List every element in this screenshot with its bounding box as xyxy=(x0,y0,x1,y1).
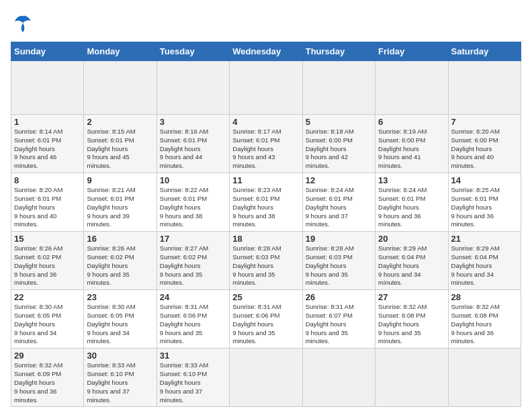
day-number: 17 xyxy=(160,234,226,244)
day-info: Sunrise: 8:18 AMSunset: 6:00 PMDaylight … xyxy=(306,128,354,169)
day-info: Sunrise: 8:26 AMSunset: 6:02 PMDaylight … xyxy=(14,244,62,286)
day-info: Sunrise: 8:17 AMSunset: 6:01 PMDaylight … xyxy=(232,128,281,169)
day-info: Sunrise: 8:15 AMSunset: 6:01 PMDaylight … xyxy=(87,128,135,169)
day-number: 3 xyxy=(160,117,226,127)
calendar-cell xyxy=(302,61,375,115)
day-info: Sunrise: 8:30 AMSunset: 6:05 PMDaylight … xyxy=(87,303,135,345)
calendar-cell: 19 Sunrise: 8:28 AMSunset: 6:03 PMDaylig… xyxy=(302,232,375,290)
day-info: Sunrise: 8:20 AMSunset: 6:00 PMDaylight … xyxy=(451,128,500,169)
day-info: Sunrise: 8:20 AMSunset: 6:01 PMDaylight … xyxy=(14,186,62,228)
header xyxy=(11,11,521,35)
day-info: Sunrise: 8:32 AMSunset: 6:09 PMDaylight … xyxy=(14,361,62,403)
calendar-cell xyxy=(302,349,375,407)
calendar-cell: 4 Sunrise: 8:17 AMSunset: 6:01 PMDayligh… xyxy=(230,115,302,173)
calendar-cell: 6 Sunrise: 8:19 AMSunset: 6:00 PMDayligh… xyxy=(375,115,448,173)
day-number: 22 xyxy=(14,292,81,302)
day-number: 5 xyxy=(306,117,372,127)
day-number: 26 xyxy=(306,292,372,302)
calendar-cell: 16 Sunrise: 8:26 AMSunset: 6:02 PMDaylig… xyxy=(84,232,157,290)
day-info: Sunrise: 8:24 AMSunset: 6:01 PMDaylight … xyxy=(306,186,354,228)
day-number: 1 xyxy=(14,117,81,127)
day-number: 11 xyxy=(232,175,299,185)
day-number: 12 xyxy=(306,175,372,185)
day-info: Sunrise: 8:32 AMSunset: 6:08 PMDaylight … xyxy=(378,303,427,345)
calendar-cell: 29 Sunrise: 8:32 AMSunset: 6:09 PMDaylig… xyxy=(11,349,84,407)
day-info: Sunrise: 8:31 AMSunset: 6:06 PMDaylight … xyxy=(160,303,208,345)
day-number: 20 xyxy=(378,234,445,244)
calendar-day-header: Monday xyxy=(84,42,157,61)
calendar-cell xyxy=(448,349,521,407)
day-info: Sunrise: 8:19 AMSunset: 6:00 PMDaylight … xyxy=(378,128,427,169)
day-info: Sunrise: 8:28 AMSunset: 6:03 PMDaylight … xyxy=(232,244,281,286)
calendar-week-row: 22 Sunrise: 8:30 AMSunset: 6:05 PMDaylig… xyxy=(11,290,521,349)
calendar-cell: 22 Sunrise: 8:30 AMSunset: 6:05 PMDaylig… xyxy=(11,290,84,349)
calendar-cell xyxy=(84,61,157,115)
calendar-cell: 5 Sunrise: 8:18 AMSunset: 6:00 PMDayligh… xyxy=(302,115,375,173)
calendar-cell xyxy=(157,61,229,115)
day-info: Sunrise: 8:31 AMSunset: 6:06 PMDaylight … xyxy=(232,303,281,345)
calendar-cell: 10 Sunrise: 8:22 AMSunset: 6:01 PMDaylig… xyxy=(157,173,229,232)
calendar-day-header: Saturday xyxy=(448,42,521,61)
day-info: Sunrise: 8:26 AMSunset: 6:02 PMDaylight … xyxy=(87,244,135,286)
day-info: Sunrise: 8:14 AMSunset: 6:01 PMDaylight … xyxy=(14,128,62,169)
day-number: 6 xyxy=(378,117,445,127)
calendar-cell: 15 Sunrise: 8:26 AMSunset: 6:02 PMDaylig… xyxy=(11,232,84,290)
calendar-day-header: Wednesday xyxy=(230,42,302,61)
day-number: 31 xyxy=(160,351,226,361)
day-info: Sunrise: 8:29 AMSunset: 6:04 PMDaylight … xyxy=(451,244,500,286)
calendar-cell: 7 Sunrise: 8:20 AMSunset: 6:00 PMDayligh… xyxy=(448,115,521,173)
calendar-cell: 25 Sunrise: 8:31 AMSunset: 6:06 PMDaylig… xyxy=(230,290,302,349)
calendar-week-row: 1 Sunrise: 8:14 AMSunset: 6:01 PMDayligh… xyxy=(11,115,521,173)
calendar-cell: 2 Sunrise: 8:15 AMSunset: 6:01 PMDayligh… xyxy=(84,115,157,173)
calendar-cell: 20 Sunrise: 8:29 AMSunset: 6:04 PMDaylig… xyxy=(375,232,448,290)
calendar-cell: 21 Sunrise: 8:29 AMSunset: 6:04 PMDaylig… xyxy=(448,232,521,290)
day-number: 18 xyxy=(232,234,299,244)
day-number: 14 xyxy=(451,175,518,185)
day-number: 28 xyxy=(451,292,518,302)
day-number: 8 xyxy=(14,175,81,185)
day-info: Sunrise: 8:21 AMSunset: 6:01 PMDaylight … xyxy=(87,186,135,228)
calendar-week-row: 8 Sunrise: 8:20 AMSunset: 6:01 PMDayligh… xyxy=(11,173,521,232)
bird-icon xyxy=(11,11,35,35)
day-info: Sunrise: 8:31 AMSunset: 6:07 PMDaylight … xyxy=(306,303,354,345)
calendar-cell xyxy=(11,61,84,115)
calendar-cell: 3 Sunrise: 8:16 AMSunset: 6:01 PMDayligh… xyxy=(157,115,229,173)
day-info: Sunrise: 8:22 AMSunset: 6:01 PMDaylight … xyxy=(160,186,208,228)
day-number: 4 xyxy=(232,117,299,127)
day-number: 16 xyxy=(87,234,153,244)
calendar-cell: 24 Sunrise: 8:31 AMSunset: 6:06 PMDaylig… xyxy=(157,290,229,349)
day-number: 29 xyxy=(14,351,81,361)
calendar-table: SundayMondayTuesdayWednesdayThursdayFrid… xyxy=(11,42,521,407)
calendar-cell xyxy=(375,349,448,407)
day-info: Sunrise: 8:25 AMSunset: 6:01 PMDaylight … xyxy=(451,186,500,228)
day-number: 24 xyxy=(160,292,226,302)
calendar-cell xyxy=(230,349,302,407)
calendar-cell: 30 Sunrise: 8:33 AMSunset: 6:10 PMDaylig… xyxy=(84,349,157,407)
calendar-cell: 26 Sunrise: 8:31 AMSunset: 6:07 PMDaylig… xyxy=(302,290,375,349)
day-number: 13 xyxy=(378,175,445,185)
day-info: Sunrise: 8:33 AMSunset: 6:10 PMDaylight … xyxy=(87,361,135,403)
day-info: Sunrise: 8:28 AMSunset: 6:03 PMDaylight … xyxy=(306,244,354,286)
logo xyxy=(11,11,38,35)
calendar-day-header: Friday xyxy=(375,42,448,61)
calendar-cell: 8 Sunrise: 8:20 AMSunset: 6:01 PMDayligh… xyxy=(11,173,84,232)
day-info: Sunrise: 8:30 AMSunset: 6:05 PMDaylight … xyxy=(14,303,62,345)
calendar-cell: 13 Sunrise: 8:24 AMSunset: 6:01 PMDaylig… xyxy=(375,173,448,232)
day-info: Sunrise: 8:32 AMSunset: 6:08 PMDaylight … xyxy=(451,303,500,345)
calendar-header-row: SundayMondayTuesdayWednesdayThursdayFrid… xyxy=(11,42,521,61)
day-number: 30 xyxy=(87,351,153,361)
day-number: 7 xyxy=(451,117,518,127)
calendar-cell: 18 Sunrise: 8:28 AMSunset: 6:03 PMDaylig… xyxy=(230,232,302,290)
day-number: 21 xyxy=(451,234,518,244)
calendar-cell: 17 Sunrise: 8:27 AMSunset: 6:02 PMDaylig… xyxy=(157,232,229,290)
day-number: 9 xyxy=(87,175,153,185)
day-number: 27 xyxy=(378,292,445,302)
day-info: Sunrise: 8:29 AMSunset: 6:04 PMDaylight … xyxy=(378,244,427,286)
calendar-cell: 14 Sunrise: 8:25 AMSunset: 6:01 PMDaylig… xyxy=(448,173,521,232)
day-info: Sunrise: 8:33 AMSunset: 6:10 PMDaylight … xyxy=(160,361,208,403)
calendar-cell: 11 Sunrise: 8:23 AMSunset: 6:01 PMDaylig… xyxy=(230,173,302,232)
day-number: 10 xyxy=(160,175,226,185)
day-number: 25 xyxy=(232,292,299,302)
day-number: 19 xyxy=(306,234,372,244)
calendar-week-row: 29 Sunrise: 8:32 AMSunset: 6:09 PMDaylig… xyxy=(11,349,521,407)
